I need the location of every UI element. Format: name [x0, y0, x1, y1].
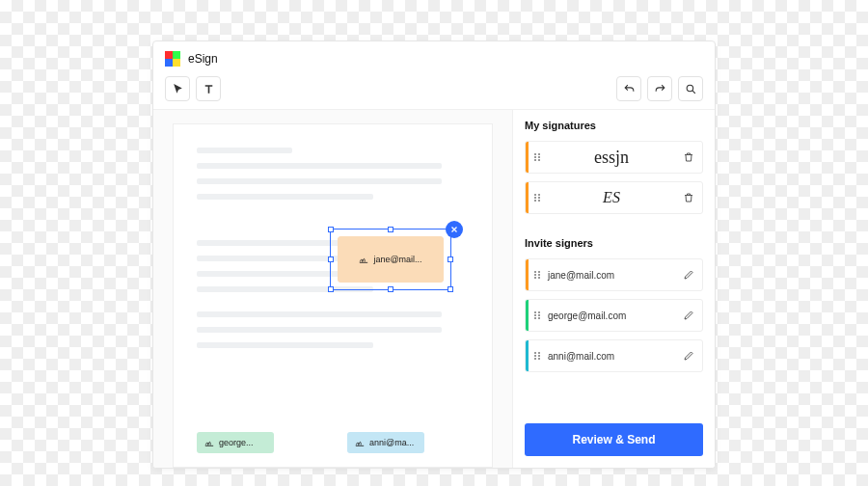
undo-button[interactable]	[616, 76, 641, 101]
svg-point-12	[538, 200, 540, 202]
svg-point-22	[538, 314, 540, 316]
grip-icon	[531, 151, 543, 163]
signature-card[interactable]: essjn	[525, 141, 703, 174]
drag-handle[interactable]	[529, 192, 546, 203]
edit-signer-button[interactable]	[675, 350, 702, 362]
signature-icon	[204, 438, 214, 447]
svg-point-29	[534, 358, 536, 360]
signature-preview: ES	[546, 189, 675, 206]
svg-point-24	[538, 317, 540, 319]
svg-point-20	[538, 311, 540, 313]
text-line	[197, 178, 442, 184]
search-button[interactable]	[678, 76, 703, 101]
delete-signature-button[interactable]	[675, 151, 702, 163]
svg-point-23	[534, 317, 536, 319]
search-icon	[685, 83, 697, 95]
signature-preview: essjn	[546, 148, 675, 168]
toolbar	[153, 72, 715, 110]
drag-handle[interactable]	[529, 350, 546, 362]
svg-point-8	[538, 194, 540, 196]
delete-signature-button[interactable]	[675, 192, 702, 203]
svg-point-19	[534, 311, 536, 313]
trash-icon	[683, 151, 694, 163]
signature-icon	[355, 438, 365, 447]
signature-icon	[359, 255, 368, 264]
edit-signer-button[interactable]	[675, 269, 702, 281]
svg-point-7	[534, 194, 536, 196]
svg-point-28	[538, 355, 540, 357]
drag-handle[interactable]	[529, 151, 546, 163]
field-label: george...	[219, 438, 254, 447]
document-page: jane@mail...	[173, 123, 493, 468]
text-line	[197, 342, 373, 348]
svg-point-9	[534, 197, 536, 199]
signature-field-anni[interactable]: anni@ma...	[347, 432, 424, 453]
undo-icon	[623, 83, 636, 95]
pencil-icon	[683, 350, 694, 362]
signer-card[interactable]: george@mail.com	[525, 299, 703, 332]
titlebar: eSign	[153, 41, 715, 72]
signer-email: anni@mail.com	[546, 351, 675, 362]
tool-select[interactable]	[165, 76, 190, 101]
grip-icon	[531, 269, 543, 281]
text-line	[197, 327, 442, 333]
svg-point-0	[687, 85, 693, 92]
redo-icon	[654, 83, 666, 95]
edit-signer-button[interactable]	[675, 310, 702, 321]
resize-handle[interactable]	[328, 227, 334, 232]
signer-email: george@mail.com	[546, 310, 675, 321]
trash-icon	[683, 192, 694, 203]
app-body: jane@mail...	[153, 110, 715, 468]
svg-point-13	[534, 271, 536, 273]
signer-card[interactable]: anni@mail.com	[525, 339, 703, 372]
pencil-icon	[683, 269, 694, 281]
review-send-button[interactable]: Review & Send	[525, 423, 703, 456]
svg-point-15	[534, 274, 536, 276]
svg-point-2	[538, 153, 540, 155]
svg-point-1	[534, 153, 536, 155]
signer-card[interactable]: jane@mail.com	[525, 258, 703, 291]
svg-point-10	[538, 197, 540, 199]
drag-handle[interactable]	[529, 310, 546, 321]
grip-icon	[531, 192, 543, 203]
text-icon	[203, 83, 215, 95]
close-icon	[449, 225, 459, 234]
signature-field-george[interactable]: george...	[197, 432, 274, 453]
svg-point-11	[534, 200, 536, 202]
grip-icon	[531, 350, 543, 362]
signatures-heading: My signatures	[525, 120, 703, 131]
signature-card[interactable]: ES	[525, 181, 703, 214]
drag-handle[interactable]	[529, 269, 546, 281]
svg-point-3	[534, 156, 536, 158]
svg-point-4	[538, 156, 540, 158]
svg-point-5	[534, 159, 536, 161]
svg-point-17	[534, 277, 536, 279]
app-logo	[165, 51, 180, 67]
svg-point-16	[538, 274, 540, 276]
svg-point-27	[534, 355, 536, 357]
svg-point-25	[534, 352, 536, 354]
invite-heading: Invite signers	[525, 237, 703, 249]
signer-email: jane@mail.com	[546, 270, 675, 281]
tool-text[interactable]	[196, 76, 221, 101]
document-canvas[interactable]: jane@mail...	[153, 110, 512, 468]
text-line	[197, 148, 292, 153]
text-line	[197, 311, 442, 317]
text-line	[197, 163, 442, 169]
text-line	[197, 286, 373, 292]
svg-point-21	[534, 314, 536, 316]
svg-point-14	[538, 271, 540, 273]
resize-handle[interactable]	[388, 227, 393, 232]
app-title: eSign	[188, 52, 218, 66]
svg-point-30	[538, 358, 540, 360]
svg-point-6	[538, 159, 540, 161]
redo-button[interactable]	[647, 76, 672, 101]
field-label: anni@ma...	[369, 438, 414, 447]
field-label: jane@mail...	[373, 255, 421, 264]
sidebar: My signatures essjn ES	[512, 110, 715, 468]
signature-field-jane[interactable]: jane@mail...	[338, 236, 444, 283]
grip-icon	[531, 310, 543, 321]
delete-field-button[interactable]	[446, 221, 463, 238]
cursor-icon	[172, 83, 184, 95]
text-line	[197, 194, 373, 200]
